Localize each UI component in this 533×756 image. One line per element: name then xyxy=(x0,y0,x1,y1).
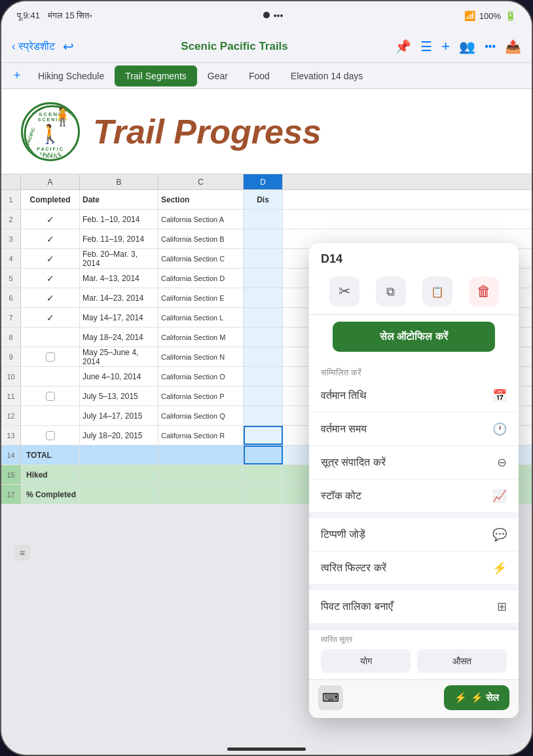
share-icon[interactable]: 📤 xyxy=(505,39,521,54)
cell-17c[interactable] xyxy=(158,485,244,504)
cell-4d[interactable] xyxy=(244,249,283,268)
cell-7a[interactable]: ✓ xyxy=(21,308,80,327)
cell-2a[interactable]: ✓ xyxy=(21,210,80,229)
sel-button[interactable]: ⚡ ⚡ सेल xyxy=(444,685,509,710)
tab-trail-segments[interactable]: Trail Segments xyxy=(115,66,197,86)
cell-6c[interactable]: California Section E xyxy=(158,288,244,307)
cell-2b[interactable]: Feb. 1–10, 2014 xyxy=(80,210,158,229)
cell-6d[interactable] xyxy=(244,288,283,307)
cell-17b[interactable] xyxy=(80,485,158,504)
menu-item-quick-filter[interactable]: त्वरित फिल्टर करें ⚡ xyxy=(309,552,519,585)
average-button[interactable]: औसत xyxy=(417,649,507,673)
cell-15a[interactable]: Hiked xyxy=(21,465,80,484)
tab-food[interactable]: Food xyxy=(238,66,280,86)
cell-5d[interactable] xyxy=(244,269,283,288)
keyboard-button[interactable]: ⌨ xyxy=(318,685,343,710)
cell-15d[interactable] xyxy=(244,465,283,484)
cell-9b[interactable]: May 25–June 4, 2014 xyxy=(80,347,158,366)
cell-8a[interactable] xyxy=(21,328,80,347)
cell-14c[interactable] xyxy=(158,445,244,464)
cell-9a[interactable] xyxy=(21,347,80,366)
cell-1a[interactable]: Completed xyxy=(21,190,80,209)
cell-3a[interactable]: ✓ xyxy=(21,229,80,248)
cell-11c[interactable]: California Section P xyxy=(158,387,244,406)
tab-elevation[interactable]: Elevation 14 days xyxy=(280,66,374,86)
cell-7b[interactable]: May 14–17, 2014 xyxy=(80,308,158,327)
cell-10c[interactable]: California Section O xyxy=(158,367,244,386)
add-icon[interactable]: + xyxy=(441,38,450,55)
cell-13d[interactable] xyxy=(244,426,283,445)
cell-12d[interactable] xyxy=(244,406,283,425)
col-header-d[interactable]: D xyxy=(244,174,283,189)
delete-button[interactable]: 🗑 xyxy=(469,276,499,307)
cell-11d[interactable] xyxy=(244,387,283,406)
cell-14d[interactable] xyxy=(244,445,283,464)
cell-11a[interactable] xyxy=(21,387,80,406)
paste-button[interactable]: 📋 xyxy=(422,276,452,307)
cell-13c[interactable]: California Section R xyxy=(158,426,244,445)
cell-5b[interactable]: Mar. 4–13, 2014 xyxy=(80,269,158,288)
menu-item-current-time[interactable]: वर्तमान समय 🕐 xyxy=(309,413,519,446)
cell-3c[interactable]: California Section B xyxy=(158,229,244,248)
cut-button[interactable]: ✂ xyxy=(329,276,359,307)
menu-item-pivot-table[interactable]: पिवट तालिका बनाएँ ⊞ xyxy=(309,590,519,624)
cell-9c[interactable]: California Section N xyxy=(158,347,244,366)
cell-11b[interactable]: July 5–13, 2015 xyxy=(80,387,158,406)
cell-17a[interactable]: % Completed xyxy=(21,485,80,504)
cell-1d[interactable]: Dis xyxy=(244,190,283,209)
col-header-b[interactable]: B xyxy=(80,174,158,189)
cell-6b[interactable]: Mar. 14–23, 2014 xyxy=(80,288,158,307)
cell-10b[interactable]: June 4–10, 2014 xyxy=(80,367,158,386)
cell-15b[interactable] xyxy=(80,465,158,484)
cell-17d[interactable] xyxy=(244,485,283,504)
list-icon[interactable]: ☰ xyxy=(420,39,432,54)
cell-12b[interactable]: July 14–17, 2015 xyxy=(80,406,158,425)
menu-item-edit-formula[interactable]: सूत्र संपादित करें ⊖ xyxy=(309,446,519,480)
cell-15c[interactable] xyxy=(158,465,244,484)
cell-13a[interactable] xyxy=(21,426,80,445)
menu-item-add-comment[interactable]: टिप्पणी जोड़ें 💬 xyxy=(309,518,519,552)
cell-9d[interactable] xyxy=(244,347,283,366)
menu-item-stock-quote[interactable]: स्टॉक कोट 📈 xyxy=(309,480,519,513)
undo-icon[interactable]: ↩ xyxy=(63,39,74,54)
cell-10a[interactable] xyxy=(21,367,80,386)
cell-12a[interactable] xyxy=(21,406,80,425)
cell-8c[interactable]: California Section M xyxy=(158,328,244,347)
row-settings-icon[interactable]: ≡ xyxy=(14,545,30,561)
home-indicator[interactable] xyxy=(227,747,306,751)
cell-6a[interactable]: ✓ xyxy=(21,288,80,307)
cell-8b[interactable]: May 18–24, 2014 xyxy=(80,328,158,347)
cell-7d[interactable] xyxy=(244,308,283,327)
cell-14a[interactable]: TOTAL xyxy=(21,445,80,464)
cell-10d[interactable] xyxy=(244,367,283,386)
pin-icon[interactable]: 📌 xyxy=(395,39,411,54)
back-button[interactable]: ‹ स्प्रेडशीट xyxy=(12,41,55,52)
tab-gear[interactable]: Gear xyxy=(197,66,238,86)
sum-button[interactable]: योग xyxy=(321,649,411,673)
cell-2d[interactable] xyxy=(244,210,283,229)
col-header-c[interactable]: C xyxy=(158,174,244,189)
cell-1b[interactable]: Date xyxy=(80,190,158,209)
tab-hiking-schedule[interactable]: Hiking Schedule xyxy=(28,66,115,86)
cell-4a[interactable]: ✓ xyxy=(21,249,80,268)
cell-12c[interactable]: California Section Q xyxy=(158,406,244,425)
cell-13b[interactable]: July 18–20, 2015 xyxy=(80,426,158,445)
col-header-a[interactable]: A xyxy=(21,174,80,189)
copy-button[interactable]: ⧉ xyxy=(376,276,406,307)
autofill-button[interactable]: सेल ऑटोफिल करें xyxy=(333,322,495,352)
cell-4c[interactable]: California Section C xyxy=(158,249,244,268)
person-icon[interactable]: 👥 xyxy=(459,39,475,54)
menu-item-current-date[interactable]: वर्तमान तिथि 📅 xyxy=(309,379,519,413)
cell-14b[interactable] xyxy=(80,445,158,464)
add-tab-button[interactable]: + xyxy=(7,66,28,86)
cell-5a[interactable]: ✓ xyxy=(21,269,80,288)
more-icon[interactable]: ••• xyxy=(485,41,496,52)
cell-4b[interactable]: Feb. 20–Mar. 3, 2014 xyxy=(80,249,158,268)
cell-1c[interactable]: Section xyxy=(158,190,244,209)
cell-7c[interactable]: California Section L xyxy=(158,308,244,327)
cell-8d[interactable] xyxy=(244,328,283,347)
cell-3b[interactable]: Feb. 11–19, 2014 xyxy=(80,229,158,248)
cell-5c[interactable]: California Section D xyxy=(158,269,244,288)
cell-2c[interactable]: California Section A xyxy=(158,210,244,229)
cell-3d[interactable] xyxy=(244,229,283,248)
